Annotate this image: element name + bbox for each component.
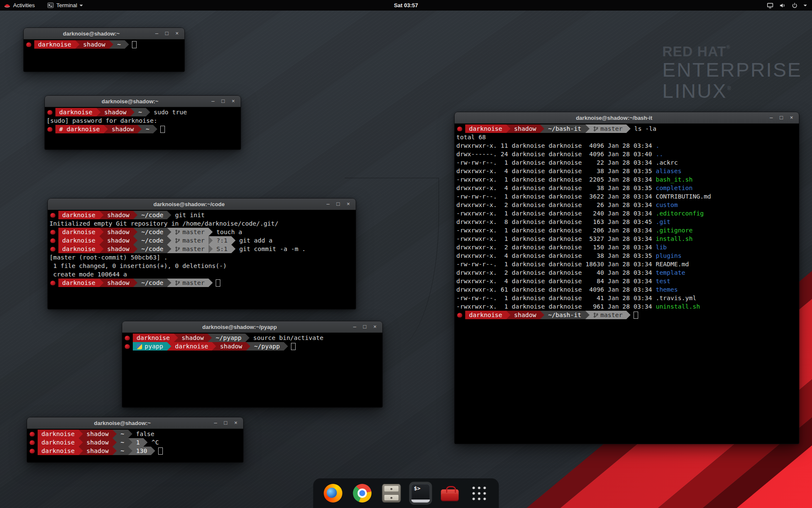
- window-titlebar[interactable]: darknoise@shadow:~/code–□×: [48, 199, 356, 210]
- prompt-segment-host: shadow: [510, 124, 540, 133]
- terminal-content[interactable]: darknoiseshadow~: [24, 39, 184, 72]
- minimize-button[interactable]: –: [324, 199, 332, 210]
- terminal-content[interactable]: darknoiseshadow~ falsedarknoiseshadow~1 …: [27, 429, 243, 462]
- redhat-prompt-icon: [30, 440, 35, 445]
- terminal-text: -rwxrwxr-x. 1 darknoise darknoise 2205 J…: [456, 175, 656, 184]
- brand-line-redhat: RED HAT®: [662, 44, 802, 59]
- app-menu-label: Terminal: [56, 2, 77, 8]
- close-button[interactable]: ×: [788, 112, 795, 123]
- prompt-segment-git: S:1: [213, 245, 231, 253]
- minimize-button[interactable]: –: [768, 112, 775, 123]
- clock[interactable]: Sat 03:57: [394, 0, 418, 11]
- redhat-prompt-icon: [50, 281, 55, 285]
- dock-item-firefox[interactable]: [322, 482, 345, 505]
- window-controls: –□×: [768, 112, 799, 123]
- terminal-text: template: [656, 268, 685, 277]
- terminal-cursor: [634, 312, 638, 319]
- terminal-line: pyappdarknoiseshadow~/pyapp: [124, 342, 381, 351]
- powerline-arrow-icon: [128, 447, 132, 455]
- terminal-text: test: [656, 277, 670, 285]
- prompt-segment-exit: 130: [132, 447, 151, 455]
- powerline-arrow-icon: [133, 211, 137, 219]
- maximize-button[interactable]: □: [163, 28, 170, 39]
- dock-item-app-grid[interactable]: [468, 482, 491, 505]
- powerline-arrow-icon: [585, 311, 590, 319]
- powerline-arrow-icon: [540, 311, 544, 319]
- prompt-segment-host: shadow: [104, 211, 133, 219]
- maximize-button[interactable]: □: [222, 417, 229, 428]
- terminal-cursor: [216, 279, 220, 287]
- dock-item-toolbox[interactable]: [439, 482, 461, 505]
- terminal-text: .gitignore: [656, 226, 692, 235]
- terminal-content[interactable]: darknoiseshadow~/pyapp source bin/activa…: [122, 333, 382, 407]
- dock-item-files[interactable]: [380, 482, 403, 505]
- window-titlebar[interactable]: darknoise@shadow:~/pyapp–□×: [122, 321, 382, 333]
- terminal-content[interactable]: darknoiseshadow~/code git initInitialize…: [48, 210, 356, 309]
- terminal-line: darknoiseshadow~/codemaster touch a: [49, 228, 354, 236]
- minimize-button[interactable]: –: [351, 321, 358, 332]
- activities-button[interactable]: Activities: [0, 0, 38, 11]
- prompt-segment-path: ~: [142, 125, 153, 133]
- prompt-segment-host: shadow: [80, 40, 109, 49]
- minimize-button[interactable]: –: [212, 417, 219, 428]
- prompt-segment-user: # darknoise: [55, 125, 104, 133]
- window-titlebar[interactable]: darknoise@shadow:~–□×: [27, 417, 243, 429]
- close-button[interactable]: ×: [173, 28, 181, 39]
- window-titlebar[interactable]: darknoise@shadow:~–□×: [45, 96, 241, 107]
- terminal-icon-bar: [411, 500, 430, 502]
- terminal-text: git commit -a -m .: [236, 245, 306, 253]
- app-menu-terminal[interactable]: Terminal: [44, 0, 87, 11]
- close-button[interactable]: ×: [345, 199, 352, 210]
- system-status-area[interactable]: [767, 0, 812, 11]
- minimize-button[interactable]: –: [153, 28, 160, 39]
- terminal-text: drwxrwxr-x. 2 darknoise darknoise 150 Ja…: [456, 243, 656, 251]
- prompt-segment-user: darknoise: [38, 430, 79, 438]
- minimize-button[interactable]: –: [209, 96, 217, 107]
- terminal-line: drwxrwxr-x. 2 darknoise darknoise 40 Jan…: [456, 268, 797, 277]
- terminal-line: drwxrwxr-x. 4 darknoise darknoise 38 Jan…: [456, 251, 797, 260]
- dock-item-terminal[interactable]: $>: [409, 482, 432, 505]
- maximize-button[interactable]: □: [335, 199, 342, 210]
- window-titlebar[interactable]: darknoise@shadow:~/bash-it–□×: [455, 112, 799, 124]
- terminal-text: false: [132, 430, 154, 438]
- terminal-mini-icon: [47, 3, 54, 8]
- close-button[interactable]: ×: [232, 417, 239, 428]
- prompt-segment-user: darknoise: [38, 438, 79, 447]
- close-button[interactable]: ×: [371, 321, 379, 332]
- terminal-window-sudo: darknoise@shadow:~–□×darknoiseshadow~ su…: [45, 96, 241, 149]
- powerline-arrow-icon: [133, 279, 137, 287]
- maximize-button[interactable]: □: [778, 112, 785, 123]
- rhel-branding: RED HAT® ENTERPRISE LINUX®: [662, 44, 802, 102]
- window-title: darknoise@shadow:~: [58, 98, 203, 105]
- prompt-segment-user: darknoise: [171, 342, 212, 351]
- maximize-button[interactable]: □: [219, 96, 227, 107]
- terminal-text: drwxrwxr-x. 4 darknoise darknoise 84 Jan…: [456, 277, 656, 285]
- terminal-text: [sudo] password for darknoise:: [47, 116, 157, 125]
- close-button[interactable]: ×: [230, 96, 237, 107]
- terminal-text: drwxrwxr-x. 8 darknoise darknoise 163 Ja…: [456, 218, 656, 226]
- terminal-text: create mode 100644 a: [49, 270, 127, 279]
- redhat-prompt-icon: [50, 238, 55, 243]
- terminal-content[interactable]: darknoiseshadow~/bash-itmaster ls -latot…: [455, 124, 799, 444]
- prompt-segment-user: darknoise: [465, 124, 506, 133]
- window-titlebar[interactable]: darknoise@shadow:~–□×: [24, 28, 184, 39]
- window-controls: –□×: [351, 321, 382, 332]
- terminal-line: drwxrwxr-x. 4 darknoise darknoise 38 Jan…: [456, 184, 797, 192]
- powerline-arrow-icon: [75, 40, 80, 49]
- redhat-prompt-icon: [50, 230, 55, 235]
- maximize-button[interactable]: □: [361, 321, 368, 332]
- terminal-text: bash_it.sh: [656, 175, 692, 184]
- redhat-prompt-icon: [457, 127, 462, 131]
- powerline-arrow-icon: [167, 245, 171, 253]
- terminal-line: drwxrwxr-x. 4 darknoise darknoise 84 Jan…: [456, 277, 797, 285]
- terminal-line: darknoiseshadow~/pyapp source bin/activa…: [124, 334, 381, 342]
- dock-item-chrome[interactable]: [351, 482, 374, 505]
- powerline-arrow-icon: [99, 228, 104, 236]
- terminal-line: drwxrwxr-x. 4 darknoise darknoise 38 Jan…: [456, 167, 797, 175]
- prompt-segment-git: master: [171, 236, 208, 245]
- terminal-content[interactable]: darknoiseshadow~ sudo true[sudo] passwor…: [45, 107, 241, 149]
- prompt-segment-host: shadow: [104, 279, 133, 287]
- terminal-text: drwx------. 24 darknoise darknoise 4096 …: [456, 150, 656, 158]
- terminal-text: aliases: [656, 167, 681, 175]
- window-controls: –□×: [324, 199, 356, 210]
